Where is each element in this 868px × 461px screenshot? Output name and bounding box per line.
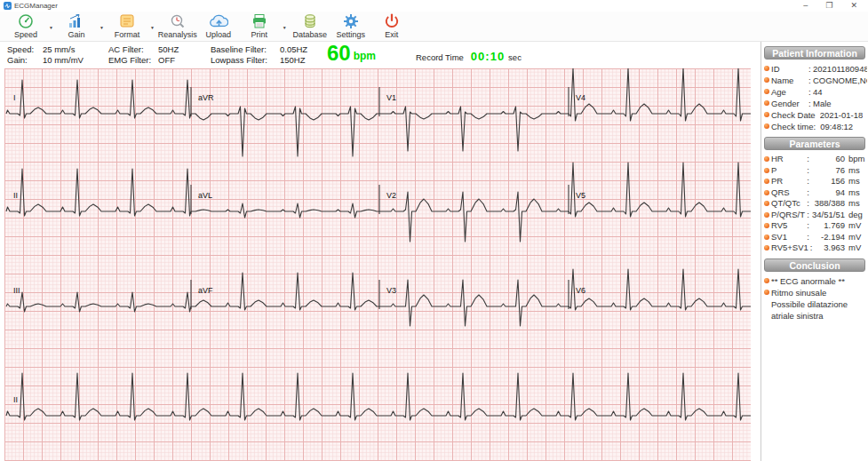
- patient-info-row: Gender:Male: [764, 98, 867, 109]
- patient-information-rows: ID:20210118094812Name:COGNOME,NO...Age:4…: [761, 61, 868, 135]
- exit-icon: [384, 13, 400, 29]
- status-field: Baseline Filter:0.05HZ: [211, 44, 307, 54]
- parameter-row: SV1:-2.194mV: [764, 232, 867, 243]
- gain-icon: [68, 13, 85, 29]
- parameter-value: 1.769: [811, 220, 845, 232]
- status-field: Lowpass Filter:150HZ: [211, 55, 306, 65]
- reanalysis-button[interactable]: Reanalysis: [157, 12, 198, 41]
- bullet-icon: [764, 100, 769, 106]
- right-panel: Patient Information ID:20210118094812Nam…: [760, 42, 868, 461]
- parameter-label: PR: [771, 176, 805, 187]
- toolbar-button-label: Gain: [68, 30, 84, 39]
- format-button[interactable]: Format: [107, 12, 147, 41]
- upload-button[interactable]: Upload: [198, 12, 239, 41]
- speed-icon: [17, 13, 35, 29]
- lead-label-III: III: [13, 286, 20, 295]
- toolbar-button-label: Print: [251, 30, 268, 39]
- lead-label-II: II: [13, 191, 18, 200]
- patient-information-header[interactable]: Patient Information: [764, 46, 865, 60]
- parameter-row: RV5:1.769mV: [764, 220, 867, 232]
- status-field-value: OFF: [158, 55, 175, 65]
- parameter-unit: ms: [848, 165, 867, 177]
- toolbar-button-label: Format: [115, 30, 140, 39]
- patient-info-row: Check Date2021-01-18: [764, 109, 867, 121]
- separator: :: [807, 154, 809, 165]
- patient-info-value: 44: [813, 86, 823, 98]
- lead-label-aVR: aVR: [198, 93, 214, 102]
- exit-button[interactable]: Exit: [371, 12, 412, 41]
- status-field-value: 50HZ: [158, 44, 179, 54]
- parameter-unit: deg: [848, 210, 867, 221]
- separator: :: [807, 176, 809, 187]
- parameter-label: P/QRS/T: [771, 210, 805, 221]
- lead-label-V3: V3: [386, 286, 396, 295]
- record-time-display: Record Time 00:10 sec: [416, 50, 522, 63]
- parameter-row: QRS:94ms: [764, 187, 867, 199]
- separator: :: [810, 242, 813, 254]
- status-field-value: 150HZ: [280, 55, 306, 65]
- conclusion-line: Possibile dilatazione atriale sinistra: [764, 298, 867, 322]
- separator: :: [807, 232, 809, 243]
- bullet-icon: [764, 89, 769, 94]
- parameter-unit: ms: [848, 176, 867, 187]
- patient-info-label: Age: [771, 86, 808, 98]
- chevron-down-icon[interactable]: ▼: [150, 23, 155, 30]
- speed-button[interactable]: Speed: [5, 12, 46, 41]
- patient-info-label: Check time:: [771, 121, 816, 132]
- record-time-unit: sec: [508, 52, 522, 62]
- lead-label-V5: V5: [576, 191, 585, 200]
- status-field: Gain:10 mm/mV: [7, 55, 84, 65]
- status-field: Speed:25 mm/s: [7, 44, 75, 54]
- bullet-icon: [764, 156, 769, 162]
- parameter-value: 388/388: [811, 198, 845, 210]
- patient-info-value: COGNOME,NO...: [813, 75, 867, 86]
- toolbar-button-label: Database: [293, 30, 328, 39]
- chevron-down-icon[interactable]: ▼: [100, 23, 104, 30]
- parameter-row: PR:156ms: [764, 176, 867, 187]
- parameter-row: RV5+SV1:3.963mV: [764, 242, 867, 254]
- bullet-icon: [764, 223, 769, 228]
- settings-button[interactable]: Settings: [330, 12, 371, 41]
- patient-info-row: Name:COGNOME,NO...: [764, 75, 867, 86]
- parameters-header[interactable]: Parameters: [764, 137, 865, 150]
- status-bar: Speed:25 mm/sGain:10 mm/mVAC Filter:50HZ…: [0, 42, 757, 68]
- minimize-button[interactable]: –: [803, 0, 808, 12]
- conclusion-rows: ** ECG anormale **Ritmo sinusalePossibil…: [761, 274, 868, 324]
- lead-label-I: I: [13, 93, 16, 102]
- window-title: ECGManager: [14, 2, 58, 10]
- patient-info-value: Male: [813, 98, 832, 109]
- chevron-down-icon[interactable]: ▼: [49, 23, 53, 30]
- bullet-icon: [764, 123, 769, 129]
- database-button[interactable]: Database: [290, 12, 330, 41]
- status-field-label: AC Filter:: [108, 44, 158, 54]
- parameter-unit: bpm: [848, 154, 867, 165]
- lead-label-V4: V4: [576, 93, 585, 102]
- parameter-value: 76: [811, 165, 845, 177]
- record-time-value: 00:10: [471, 50, 505, 63]
- parameters-rows: HR:60bpmP:76msPR:156msQRS:94msQT/QTc:388…: [761, 152, 868, 257]
- gain-button[interactable]: Gain: [56, 12, 97, 41]
- bullet-icon: [764, 234, 769, 240]
- chevron-down-icon[interactable]: ▼: [283, 23, 287, 30]
- parameter-row: P/QRS/T:34/51/51deg: [764, 210, 867, 221]
- print-button[interactable]: Print: [239, 12, 280, 41]
- parameter-value: 34/51/51: [811, 210, 845, 221]
- ecg-chart: IaVRV1V4IIaVLV2V5IIIaVFV3V6II: [4, 68, 751, 461]
- toolbar: Speed▼Gain▼Format▼ReanalysisUploadPrint▼…: [0, 12, 868, 42]
- parameter-value: 156: [811, 176, 845, 187]
- heart-rate-unit: bpm: [354, 48, 376, 64]
- parameter-label: SV1: [771, 232, 805, 243]
- bullet-icon: [764, 201, 769, 206]
- close-button[interactable]: ✕: [850, 0, 857, 12]
- parameter-value: 60: [811, 154, 845, 165]
- parameter-label: RV5: [771, 220, 805, 232]
- conclusion-header[interactable]: Conclusion: [764, 258, 865, 272]
- status-field-label: Baseline Filter:: [211, 44, 280, 54]
- status-field-label: Speed:: [7, 44, 43, 54]
- lead-label-V6: V6: [576, 286, 585, 295]
- status-field-value: 0.05HZ: [280, 44, 307, 54]
- title-bar: ECGManager – ❐ ✕: [0, 0, 868, 12]
- maximize-button[interactable]: ❐: [825, 0, 832, 12]
- conclusion-text: ** ECG anormale **: [771, 275, 867, 287]
- format-icon: [118, 13, 136, 29]
